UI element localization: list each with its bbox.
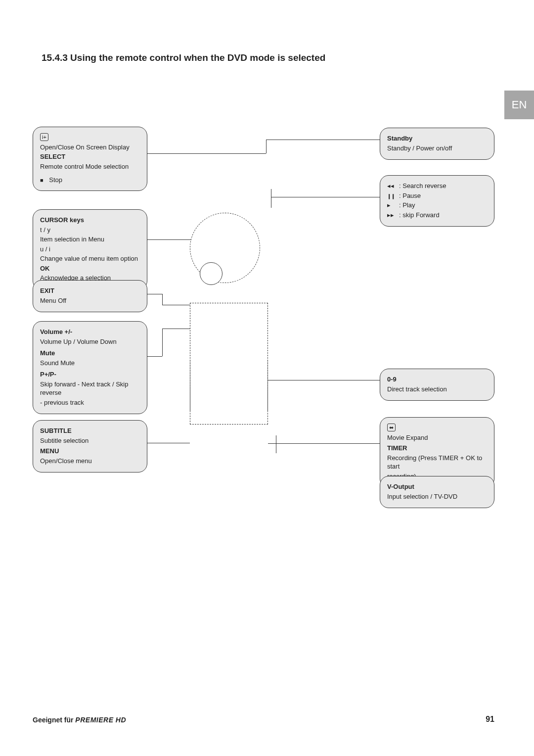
select-desc: Remote control Mode selection	[40, 162, 140, 171]
cursor-item-sel: Item selection in Menu	[40, 235, 140, 244]
select-heading: SELECT	[40, 152, 140, 161]
osd-desc: Open/Close On Screen Display	[40, 143, 140, 152]
connector	[162, 294, 163, 305]
standby-desc: Standby / Power on/off	[387, 144, 487, 153]
cursor-heading: CURSOR keys	[40, 216, 140, 225]
timer-heading: TIMER	[387, 444, 487, 453]
connector	[276, 435, 276, 453]
page-number: 91	[486, 715, 494, 724]
footer-pretext: Geeignet für	[33, 716, 75, 724]
movex-desc: Movie Expand	[387, 433, 487, 442]
callout-exit: EXIT Menu Off	[33, 280, 147, 312]
subtitle-desc: Subtitle selection	[40, 436, 140, 445]
callout-digits: 0-9 Direct track selection	[380, 369, 494, 401]
standby-heading: Standby	[387, 134, 487, 143]
connector	[266, 140, 380, 140]
connector	[162, 329, 163, 356]
exit-heading: EXIT	[40, 286, 140, 295]
brand-logo-text: PREMIERE HD	[75, 716, 126, 724]
play-desc: : Play	[399, 201, 415, 209]
connector	[266, 140, 267, 153]
timer-desc1: Recording (Press TIMER + OK to start	[387, 454, 487, 471]
info-icon: i+	[40, 133, 48, 141]
connector	[271, 197, 380, 197]
connector	[268, 443, 380, 444]
exit-desc: Menu Off	[40, 296, 140, 305]
prog-heading: P+/P-	[40, 370, 140, 379]
vout-heading: V-Output	[387, 482, 487, 491]
callout-volume: Volume +/- Volume Up / Volume Down Mute …	[33, 321, 147, 414]
callout-playback: ◂◂: Search reverse ❙❙: Pause ▸: Play ▸▸:…	[380, 175, 494, 227]
connector	[162, 329, 190, 329]
footer-brand: Geeignet für PREMIERE HD	[33, 716, 126, 724]
vol-desc: Volume Up / Volume Down	[40, 337, 140, 346]
callout-cursor: CURSOR keys t / y Item selection in Menu…	[33, 209, 147, 290]
mute-heading: Mute	[40, 349, 140, 358]
connector	[147, 294, 162, 294]
subtitle-heading: SUBTITLE	[40, 426, 140, 435]
menu-heading: MENU	[40, 447, 140, 456]
connector	[268, 380, 380, 380]
stop-desc: Stop	[49, 176, 62, 184]
expand-icon: ⬌	[387, 424, 396, 431]
rewind-icon: ◂◂	[387, 182, 399, 190]
prog-desc1: Skip forward - Next track / Skip reverse	[40, 380, 140, 397]
remote-body-outline-lower	[190, 360, 268, 425]
callout-voutput: V-Output Input selection / TV-DVD	[380, 476, 494, 508]
vout-desc: Input selection / TV-DVD	[387, 492, 487, 501]
digits-desc: Direct track selection	[387, 385, 487, 394]
ok-heading: OK	[40, 264, 140, 273]
language-tab: EN	[504, 91, 534, 119]
prog-desc2: - previous track	[40, 398, 140, 407]
menu-desc: Open/Close menu	[40, 457, 140, 466]
play-icon: ▸	[387, 201, 399, 210]
connector	[147, 239, 191, 240]
callout-standby: Standby Standby / Power on/off	[380, 128, 494, 160]
pause-icon: ❙❙	[387, 193, 399, 200]
connector	[162, 305, 190, 305]
digits-heading: 0-9	[387, 375, 487, 384]
callout-osd: i+ Open/Close On Screen Display SELECT R…	[33, 127, 147, 191]
pause-desc: : Pause	[399, 192, 421, 199]
rev-desc: : Search reverse	[399, 182, 446, 189]
cursor-ui: u / i	[40, 245, 140, 254]
cursor-change: Change value of menu item option	[40, 254, 140, 263]
section-heading: 15.4.3 Using the remote control when the…	[42, 52, 325, 63]
fwd-desc: : skip Forward	[399, 211, 440, 219]
remote-ok-circle	[200, 262, 222, 285]
cursor-ty: t / y	[40, 226, 140, 235]
stop-icon: ■	[40, 177, 44, 183]
connector	[147, 356, 162, 357]
connector	[147, 443, 190, 443]
forward-icon: ▸▸	[387, 211, 399, 220]
vol-heading: Volume +/-	[40, 328, 140, 336]
mute-desc: Sound Mute	[40, 359, 140, 368]
callout-subtitle: SUBTITLE Subtitle selection MENU Open/Cl…	[33, 420, 147, 472]
connector	[147, 153, 266, 154]
connector	[271, 189, 271, 208]
